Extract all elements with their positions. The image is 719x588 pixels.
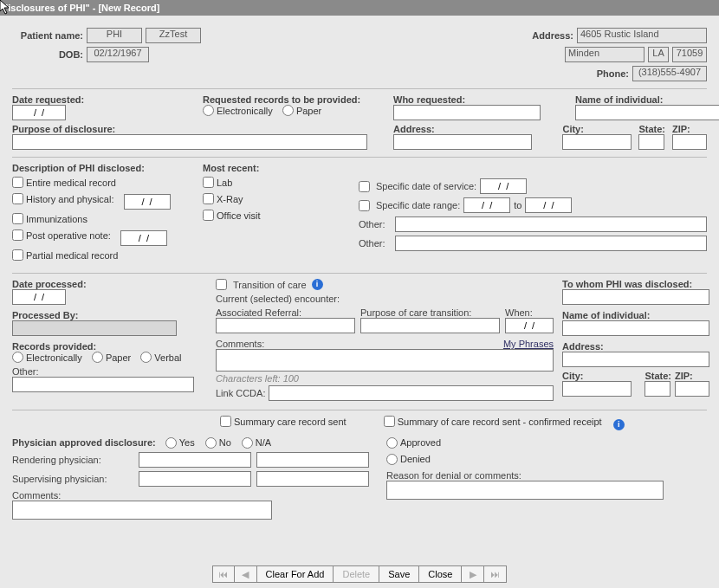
radio-approved[interactable] <box>386 437 398 449</box>
label-name-individual-disc: Name of individual: <box>562 310 709 320</box>
when-input[interactable] <box>505 318 554 333</box>
supervising-phys-2[interactable] <box>256 471 369 487</box>
radio-prov-electronic[interactable] <box>12 352 23 363</box>
chk-office-visit[interactable] <box>203 210 214 221</box>
other-1-input[interactable] <box>395 216 707 232</box>
label-patient-name: Patient name: <box>12 30 83 41</box>
label-denial-reason: Reason for denial or comments: <box>386 470 707 481</box>
window-title: "isclosures of PHI" - [New Record] <box>0 0 719 16</box>
label-phone: Phone: <box>597 68 629 79</box>
chk-summary-confirmed[interactable] <box>384 416 395 427</box>
link-ccda-input[interactable] <box>269 385 554 401</box>
assoc-referral-input[interactable] <box>216 318 355 333</box>
label-history-physical: History and physical: <box>26 194 114 204</box>
req-zip-input[interactable] <box>672 134 707 150</box>
label-post-op: Post operative note: <box>26 230 111 241</box>
radio-req-electronic[interactable] <box>203 105 214 116</box>
processed-by-input[interactable] <box>12 320 177 336</box>
label-address: Address: <box>532 30 573 41</box>
disc-city-input[interactable] <box>562 381 632 397</box>
nav-first-button[interactable]: ⏮ <box>212 565 235 583</box>
req-address-input[interactable] <box>393 134 532 150</box>
label-processed-by: Processed By: <box>12 310 207 320</box>
date-range-from[interactable] <box>463 197 510 213</box>
purpose-transition-input[interactable] <box>360 318 500 333</box>
specific-service-date-input[interactable] <box>480 178 527 194</box>
label-when: When: <box>505 307 554 318</box>
post-op-date[interactable] <box>120 230 167 246</box>
chk-summary-sent[interactable] <box>220 416 231 427</box>
nav-last-button[interactable]: ⏭ <box>484 565 507 583</box>
label-paper: Paper <box>296 106 321 116</box>
comments-bottom-input[interactable] <box>12 501 272 520</box>
chk-xray[interactable] <box>203 193 214 204</box>
label-req-state: State: <box>638 124 665 134</box>
chk-entire-record[interactable] <box>12 177 23 188</box>
name-individual-disc-input[interactable] <box>562 320 709 336</box>
nav-next-button[interactable]: ▶ <box>462 565 484 583</box>
req-city-input[interactable] <box>562 134 632 150</box>
chk-lab[interactable] <box>203 177 214 188</box>
patient-street: 4605 Rustic Island <box>577 28 707 43</box>
disc-zip-input[interactable] <box>675 381 709 397</box>
disc-address-input[interactable] <box>562 352 709 367</box>
close-button[interactable]: Close <box>419 565 462 583</box>
clear-for-add-button[interactable]: Clear For Add <box>257 565 334 583</box>
chars-left: Characters left: 100 <box>216 373 554 384</box>
label-who-requested: Who requested: <box>393 94 567 105</box>
patient-first: PHI <box>87 28 142 43</box>
supervising-phys-1[interactable] <box>139 471 251 487</box>
radio-denied[interactable] <box>386 454 398 465</box>
label-summary-sent: Summary care record sent <box>234 417 347 427</box>
chk-transition-care[interactable] <box>216 279 227 290</box>
patient-last: ZzTest <box>146 28 201 43</box>
date-requested-input[interactable] <box>12 105 66 120</box>
label-partial-record: Partial medical record <box>26 250 118 261</box>
other-2-input[interactable] <box>395 236 707 251</box>
info-icon-2[interactable]: i <box>613 419 625 430</box>
date-range-to[interactable] <box>525 197 572 213</box>
patient-city: Minden <box>565 47 645 62</box>
radio-no[interactable] <box>205 437 217 449</box>
label-office-visit: Office visit <box>217 210 261 221</box>
denial-reason-input[interactable] <box>386 481 664 500</box>
comments-mid-input[interactable] <box>216 349 554 372</box>
link-my-phrases[interactable]: My Phrases <box>503 339 554 349</box>
name-individual-req-input[interactable] <box>575 105 719 120</box>
chk-immunizations[interactable] <box>12 213 23 224</box>
nav-prev-button[interactable]: ◀ <box>235 565 257 583</box>
label-other-1: Other: <box>359 219 392 229</box>
label-dob: DOB: <box>12 49 83 60</box>
chk-specific-service-date[interactable] <box>359 181 370 192</box>
patient-dob: 02/12/1967 <box>87 47 149 62</box>
info-icon[interactable]: i <box>312 279 323 290</box>
purpose-disclosure-input[interactable] <box>12 134 367 150</box>
other-provided-input[interactable] <box>12 377 194 392</box>
chk-specific-date-range[interactable] <box>359 200 370 211</box>
label-purpose-transition: Purpose of care transition: <box>360 307 500 318</box>
chk-partial-record[interactable] <box>12 249 23 261</box>
label-comments-mid: Comments: <box>216 339 264 349</box>
radio-prov-paper[interactable] <box>92 352 103 363</box>
to-whom-input[interactable] <box>562 289 709 305</box>
req-state-input[interactable] <box>638 134 664 150</box>
chk-history-physical[interactable] <box>12 193 23 204</box>
save-button[interactable]: Save <box>379 565 419 583</box>
label-req-zip: ZIP: <box>672 124 707 134</box>
history-physical-date[interactable] <box>124 194 171 210</box>
date-processed-input[interactable] <box>12 289 66 305</box>
delete-button[interactable]: Delete <box>334 565 379 583</box>
label-assoc-referral: Associated Referral: <box>216 307 355 318</box>
radio-yes[interactable] <box>165 437 177 449</box>
rendering-phys-2[interactable] <box>256 452 369 468</box>
label-link-ccda: Link CCDA: <box>216 388 265 398</box>
rendering-phys-1[interactable] <box>139 452 251 468</box>
radio-prov-verbal[interactable] <box>140 352 152 363</box>
chk-post-op[interactable] <box>12 229 23 241</box>
who-requested-input[interactable] <box>393 105 541 120</box>
disc-state-input[interactable] <box>645 381 670 397</box>
label-specific-service-date: Specific date of service: <box>376 181 476 191</box>
radio-req-paper[interactable] <box>282 105 294 116</box>
radio-na[interactable] <box>242 437 253 449</box>
patient-phone: (318)555-4907 <box>632 66 707 81</box>
